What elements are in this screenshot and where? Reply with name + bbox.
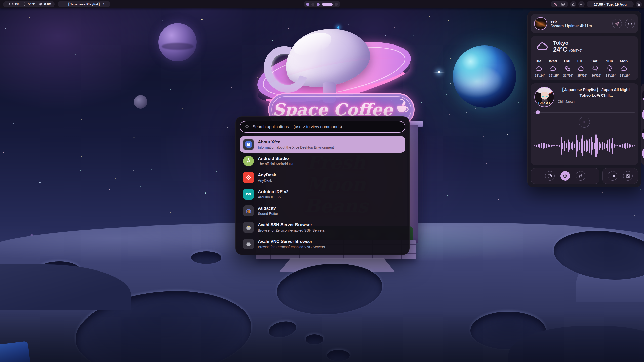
waveform-bar <box>577 140 578 152</box>
app-list-item[interactable]: About XfceInformation about the Xfce Des… <box>240 136 405 153</box>
waveform-bar <box>606 144 607 148</box>
waveform-bar <box>619 145 620 147</box>
wallpaper-icon[interactable] <box>561 2 565 6</box>
leaf-button[interactable] <box>576 171 585 181</box>
app-name: Avahi SSH Server Browser <box>258 222 325 228</box>
waveform-bar <box>589 139 590 153</box>
waveform-bar <box>622 144 623 148</box>
top-bar: 3.1%54°C6.8G 【Japanese Playlist】 J... 17… <box>0 0 644 8</box>
waveform-bar <box>620 145 621 147</box>
bell-icon <box>572 3 575 6</box>
progress-knob[interactable] <box>536 110 540 114</box>
forecast-temps: 33°/24° <box>535 74 549 77</box>
avatar[interactable] <box>534 17 547 30</box>
chip-stat: 6.8G <box>39 2 51 6</box>
waveform-bar <box>549 145 550 147</box>
waveform-bar <box>584 141 585 151</box>
waveform-bar <box>557 145 558 146</box>
cloud-icon <box>549 65 556 72</box>
media-progress-bar[interactable] <box>534 110 635 114</box>
media-pill[interactable]: 【Japanese Playlist】 J... <box>58 1 110 7</box>
clock-pill[interactable]: 17:09 - Tue, 19 Aug <box>587 1 634 7</box>
speedometer-button[interactable] <box>545 171 555 181</box>
thermometer-icon <box>23 2 26 6</box>
workspace-switcher[interactable] <box>304 1 340 7</box>
search-bar[interactable] <box>240 121 405 133</box>
waveform-bar <box>536 145 537 147</box>
app-list-item[interactable]: AnyDeskAnyDesk <box>240 169 405 186</box>
forecast-temps: 33°/26° <box>606 74 620 77</box>
workspace-indicator-empty[interactable] <box>311 3 314 6</box>
forecast-day: Fri <box>577 59 591 63</box>
app-name: Avahi VNC Server Browser <box>258 239 325 244</box>
notifications-button[interactable] <box>570 1 576 7</box>
progress-track <box>534 112 635 113</box>
waveform-bar <box>594 143 595 149</box>
app-list-item[interactable]: Avahi SSH Server BrowserBrowse for Zeroc… <box>240 219 405 236</box>
search-icon <box>245 124 250 129</box>
forecast-day: Sat <box>591 59 606 63</box>
network-port-icon <box>243 239 254 249</box>
pause-icon <box>582 120 586 124</box>
app-list-item[interactable]: Avahi VNC Server BrowserBrowse for Zeroc… <box>240 236 405 252</box>
album-art[interactable]: TOKYO L <box>534 87 554 107</box>
waveform-bar <box>604 143 605 149</box>
waveform-bar <box>587 140 588 151</box>
waveform-bar <box>576 135 577 157</box>
system-stats-pill[interactable]: 3.1%54°C6.8G <box>3 1 55 7</box>
forecast-day-column: Mon33°/26° <box>620 59 634 77</box>
waveform-bar <box>597 138 598 154</box>
forecast-temps: 33°/26° <box>620 74 634 77</box>
app-list-item[interactable]: Android StudioThe official Android IDE <box>240 153 405 169</box>
media-pill-label: 【Japanese Playlist】 J... <box>66 2 107 7</box>
forecast-temps: 35°/26° <box>577 74 591 77</box>
speedometer-icon <box>6 2 10 6</box>
clock: 17:09 - Tue, 19 Aug <box>590 2 630 6</box>
quick-toggles-left <box>531 168 599 184</box>
app-description: Browse for Zeroconf-enabled SSH Servers <box>258 228 325 232</box>
waveform-bar <box>634 145 635 146</box>
app-description: Arduino IDE v2 <box>258 195 289 199</box>
search-input[interactable] <box>253 124 400 129</box>
overview-button[interactable] <box>636 1 642 7</box>
waveform-bar <box>551 145 552 147</box>
waveform-bar <box>562 143 564 149</box>
app-name: Arduino IDE v2 <box>258 189 289 194</box>
waveform-bar <box>632 145 633 147</box>
workspace-indicator-occupied[interactable] <box>317 3 320 6</box>
waveform-bar <box>586 139 587 152</box>
media-title: 【Japanese Playlist】 Japan All Night - To… <box>558 87 635 98</box>
workspace-indicator-empty[interactable] <box>335 3 338 6</box>
waveform-bar <box>629 144 630 148</box>
workspace-indicator-occupied[interactable] <box>306 3 309 6</box>
waveform-bar <box>556 145 557 146</box>
album-art-label: TOKYO L <box>535 102 554 104</box>
pause-button[interactable] <box>579 117 590 128</box>
app-list-item[interactable]: AudacitySound Editor <box>240 202 405 219</box>
waveform-bar <box>612 138 613 154</box>
scales-button[interactable] <box>560 171 570 181</box>
media-player-card: TOKYO L 【Japanese Playlist】 Japan All Ni… <box>531 83 638 165</box>
waveform-bar <box>625 143 626 149</box>
waveform-bar <box>561 137 562 155</box>
forecast-day: Mon <box>620 59 634 63</box>
app-list-item[interactable]: Arduino IDE v2Arduino IDE v2 <box>240 186 405 202</box>
forecast-day: Sun <box>606 59 620 63</box>
settings-button[interactable] <box>612 19 622 28</box>
waveform-bar <box>543 143 544 149</box>
image-button[interactable] <box>623 171 633 181</box>
forecast-day-column: Tue33°/24° <box>535 59 549 77</box>
workspace-indicator-current[interactable] <box>322 3 333 6</box>
phone-icon[interactable] <box>554 2 558 6</box>
waveform-bar <box>611 143 612 149</box>
power-button[interactable] <box>625 19 635 28</box>
waveform-bar <box>595 134 596 157</box>
tray-pill[interactable] <box>551 1 568 7</box>
volume-button[interactable] <box>578 1 585 7</box>
waveform-bar <box>624 143 625 148</box>
weather-city: Tokyo <box>553 40 582 46</box>
forecast-temps: 36°/26° <box>591 74 606 77</box>
forecast-day: Wed <box>549 59 563 63</box>
camera-button[interactable] <box>608 171 617 181</box>
app-description: The official Android IDE <box>258 162 295 166</box>
